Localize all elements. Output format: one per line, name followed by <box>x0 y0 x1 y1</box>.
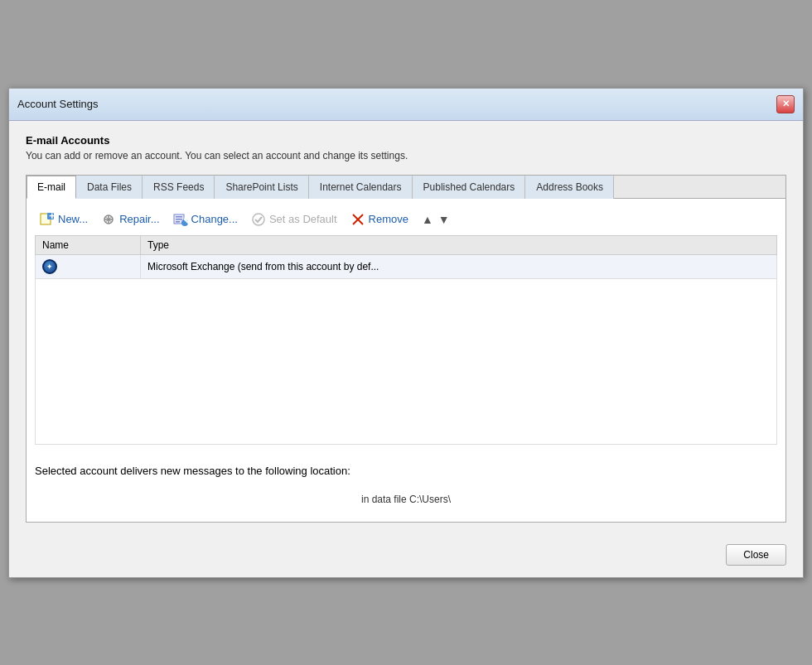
tab-email[interactable]: E-mail <box>27 176 76 199</box>
empty-cell <box>36 278 777 444</box>
new-label: New... <box>58 213 88 225</box>
close-button[interactable]: Close <box>726 544 786 566</box>
svg-point-14 <box>253 214 264 225</box>
tab-internet-calendars[interactable]: Internet Calendars <box>309 176 413 199</box>
account-name-cell: ✦ <box>36 254 141 278</box>
tab-rss-feeds[interactable]: RSS Feeds <box>143 176 215 199</box>
delivery-label: Selected account delivers new messages t… <box>35 465 350 477</box>
tab-sharepoint[interactable]: SharePoint Lists <box>215 176 308 199</box>
change-label: Change... <box>191 213 238 225</box>
repair-button[interactable]: Repair... <box>96 210 164 229</box>
move-up-button[interactable]: ▲ <box>420 213 435 226</box>
toolbar: + New... <box>35 207 777 235</box>
tabs-container: E-mail Data Files RSS Feeds SharePoint L… <box>26 175 786 523</box>
col-type-header: Type <box>140 235 776 254</box>
remove-icon <box>350 213 365 226</box>
dialog-title: Account Settings <box>17 98 99 110</box>
title-bar-close-button[interactable]: ✕ <box>776 95 795 113</box>
dialog-footer: Close <box>9 536 803 577</box>
remove-button[interactable]: Remove <box>346 210 413 229</box>
sort-arrows: ▲ ▼ <box>420 213 452 226</box>
col-name-header: Name <box>36 235 141 254</box>
remove-label: Remove <box>369 213 408 225</box>
title-bar: Account Settings ✕ <box>9 89 803 121</box>
new-icon: + <box>40 213 55 226</box>
email-tab-content: + New... <box>27 199 785 522</box>
set-default-label: Set as Default <box>269 213 337 225</box>
repair-label: Repair... <box>119 213 159 225</box>
dialog-body: E-mail Accounts You can add or remove an… <box>9 121 803 536</box>
set-default-button[interactable]: Set as Default <box>246 210 342 229</box>
move-down-button[interactable]: ▼ <box>437 213 452 226</box>
svg-rect-11 <box>176 221 180 223</box>
table-row[interactable]: ✦ Microsoft Exchange (send from this acc… <box>36 254 777 278</box>
tab-published-calendars[interactable]: Published Calendars <box>413 176 526 199</box>
tabs-header: E-mail Data Files RSS Feeds SharePoint L… <box>27 176 785 199</box>
svg-text:✎: ✎ <box>183 215 188 226</box>
new-button[interactable]: + New... <box>35 210 93 229</box>
account-settings-dialog: Account Settings ✕ E-mail Accounts You c… <box>8 88 804 578</box>
empty-row <box>36 278 777 444</box>
delivery-path: in data file C:\Users\ <box>35 494 777 505</box>
svg-rect-9 <box>176 216 182 218</box>
section-desc: You can add or remove an account. You ca… <box>26 150 786 161</box>
exchange-account-icon: ✦ <box>42 259 57 274</box>
set-default-icon <box>251 213 266 226</box>
delivery-section: Selected account delivers new messages t… <box>35 456 777 513</box>
accounts-table: Name Type ✦ Microsoft Exchange (send fro… <box>35 235 777 445</box>
repair-icon <box>101 213 116 226</box>
change-icon: ✎ <box>173 213 188 226</box>
tab-data-files[interactable]: Data Files <box>76 176 143 199</box>
svg-rect-10 <box>176 219 182 220</box>
tab-address-books[interactable]: Address Books <box>525 176 614 199</box>
change-button[interactable]: ✎ Change... <box>168 210 243 229</box>
section-title: E-mail Accounts <box>26 134 786 147</box>
account-type-cell: Microsoft Exchange (send from this accou… <box>140 254 776 278</box>
svg-text:+: + <box>49 213 55 222</box>
